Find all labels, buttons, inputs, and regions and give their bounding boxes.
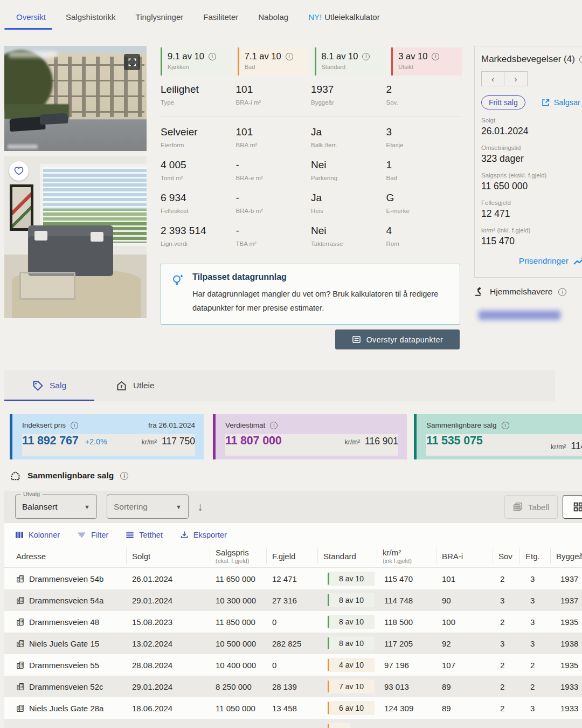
cell-etg: 3 xyxy=(520,596,551,605)
column-header[interactable]: kr/m²(ink f.gjeld) xyxy=(377,548,436,564)
grid-icon xyxy=(573,502,582,512)
info-icon[interactable] xyxy=(362,53,370,60)
info-icon[interactable] xyxy=(558,288,566,296)
card-value: 11 807 000 xyxy=(225,434,281,448)
cell-address[interactable]: Drammensveien 54b xyxy=(4,574,127,583)
cell-address[interactable]: Niels Juels Gate 15 xyxy=(4,639,127,648)
sale-ad-link[interactable]: Salgsar xyxy=(541,98,580,107)
price-changes-link[interactable]: Prisendringer 5 xyxy=(481,256,582,266)
detail-cell: 4 Rom xyxy=(386,225,462,258)
column-header[interactable]: Adresse xyxy=(4,548,127,564)
favorite-button[interactable] xyxy=(9,161,29,181)
rating-badge-kjøkken: 9.1 av 10 Kjøkken xyxy=(161,47,232,75)
nav-tab-utleiekalkulator[interactable]: NY!Utleiekalkulator xyxy=(308,12,380,22)
grid-view-button[interactable] xyxy=(563,495,582,519)
detail-value: Nei xyxy=(311,159,386,171)
cell-fgjeld: 27 316 xyxy=(267,596,318,605)
info-icon[interactable] xyxy=(209,53,216,60)
info-icon[interactable] xyxy=(286,53,293,60)
detail-value: 1937 xyxy=(311,84,386,95)
selection-select[interactable]: Utvalg Balansert ▼ xyxy=(15,495,97,519)
cell-address[interactable]: Drammensveien 54a xyxy=(4,596,127,605)
table-row[interactable]: Drammensveien 48 15.08.2023 11 850 000 0… xyxy=(4,611,582,633)
cell-salgspris: 11 850 000 xyxy=(210,617,267,627)
table-row[interactable]: Drammensveien 52c 29.01.2024 8 250 000 2… xyxy=(4,676,582,697)
cell-bra: 101 xyxy=(436,574,493,583)
infobox-title: Tilpasset datagrunnlag xyxy=(192,272,450,282)
chevron-down-icon: ▼ xyxy=(74,504,90,510)
detail-label: E-merke xyxy=(386,208,462,214)
sorting-select[interactable]: Sortering ▼ xyxy=(107,495,189,519)
detail-label: Sov. xyxy=(386,99,462,106)
cell-bygge: 1937 xyxy=(551,596,582,605)
info-icon[interactable] xyxy=(432,53,439,60)
info-icon[interactable] xyxy=(579,56,582,64)
nav-tab-fasiliteter[interactable]: Fasiliteter xyxy=(203,12,238,22)
stat-label: Salgspris (ekskl. f.gjeld) xyxy=(481,172,582,178)
detail-label: Felleskost xyxy=(161,208,236,214)
tag-icon xyxy=(32,380,44,392)
column-header[interactable]: Salgspris(eksl. f.gjeld) xyxy=(210,548,267,564)
table-button-label: Tabell xyxy=(528,503,549,512)
toolbar-eksporter[interactable]: Eksporter xyxy=(180,531,227,539)
detail-label: Etasje xyxy=(386,142,462,148)
sort-direction-icon[interactable]: ↓ xyxy=(197,500,203,513)
cell-sov: 3 xyxy=(493,596,520,605)
next-arrow-button[interactable]: › xyxy=(504,71,528,86)
cell-address[interactable]: Drammensveien 48 xyxy=(4,617,127,627)
interior-photo[interactable] xyxy=(4,156,147,318)
street-view-photo[interactable] xyxy=(4,46,147,151)
table-header-row: AdresseSolgtSalgspris(eksl. f.gjeld)F.gj… xyxy=(4,545,582,568)
photo-coffee-table xyxy=(19,272,75,300)
info-icon[interactable] xyxy=(502,422,509,429)
stat-value: 11 650 000 xyxy=(481,181,582,192)
detail-label: Balk./terr. xyxy=(311,142,386,148)
tab-salg[interactable]: Salg xyxy=(32,380,66,392)
table-row[interactable]: Drammensveien 54a 29.01.2024 10 300 000 … xyxy=(4,589,582,611)
cell-etg: 3 xyxy=(520,617,551,627)
info-icon[interactable] xyxy=(71,422,78,429)
owner-name-blurred[interactable] xyxy=(479,311,560,320)
nav-tab-salgshistorikk[interactable]: Salgshistorikk xyxy=(66,12,116,22)
nav-tab-oversikt[interactable]: Oversikt xyxy=(16,12,46,22)
table-view-button[interactable]: Tabell xyxy=(504,495,558,519)
heart-icon xyxy=(14,167,24,175)
sale-rent-tabs: Salg Utleie xyxy=(4,370,555,401)
toolbar-tetthet[interactable]: Tetthet xyxy=(126,531,163,539)
nav-tab-tinglysninger[interactable]: Tinglysninger xyxy=(136,12,184,22)
cell-standard: 8 av 10 xyxy=(318,572,377,586)
detail-cell: 101 BRA-i m² xyxy=(236,84,311,116)
detail-cell: - BRA-b m² xyxy=(236,192,311,225)
column-header[interactable]: Etg. xyxy=(520,548,551,564)
column-header[interactable]: F.gjeld xyxy=(267,548,318,564)
cell-address[interactable]: Niels Juels Gate 28a xyxy=(4,704,127,713)
table-row-partial[interactable] xyxy=(4,719,582,728)
fullscreen-button[interactable] xyxy=(124,54,140,70)
column-header[interactable]: Solgt xyxy=(127,548,210,564)
toolbar-kolonner[interactable]: Kolonner xyxy=(15,531,60,539)
table-row[interactable]: Drammensveien 54b 26.01.2024 11 650 000 … xyxy=(4,568,582,589)
toolbar-filter[interactable]: Filter xyxy=(77,531,108,539)
column-header[interactable]: Standard xyxy=(318,548,377,564)
column-header[interactable]: BRA-i xyxy=(436,548,493,564)
info-icon[interactable] xyxy=(270,422,278,429)
sale-type-pill[interactable]: Fritt salg xyxy=(481,95,525,109)
detail-value: 101 xyxy=(236,84,311,95)
table-row[interactable]: Niels Juels Gate 15 13.02.2024 10 500 00… xyxy=(4,633,582,654)
override-datapoints-button[interactable]: Overstyr datapunkter xyxy=(335,329,460,349)
column-header[interactable]: Sov xyxy=(493,548,520,564)
column-header[interactable]: Byggeår xyxy=(551,548,582,564)
info-icon[interactable] xyxy=(120,472,128,480)
detail-label: Bad xyxy=(386,175,462,181)
cell-address[interactable]: Drammensveien 52c xyxy=(4,682,127,691)
table-row[interactable]: Drammensveien 55 28.08.2024 10 400 000 0… xyxy=(4,654,582,676)
override-label: Overstyr datapunkter xyxy=(366,335,444,344)
cell-address[interactable]: Drammensveien 55 xyxy=(4,661,127,670)
table-row[interactable]: Niels Juels Gate 28a 18.06.2024 11 050 0… xyxy=(4,697,582,719)
cell-krm2: 124 309 xyxy=(377,704,436,713)
tab-utleie[interactable]: Utleie xyxy=(116,380,155,392)
nav-tab-nabolag[interactable]: Nabolag xyxy=(258,12,288,22)
cell-solgt: 18.06.2024 xyxy=(127,704,210,713)
prev-arrow-button[interactable]: ‹ xyxy=(481,71,504,86)
building-icon xyxy=(16,640,24,648)
